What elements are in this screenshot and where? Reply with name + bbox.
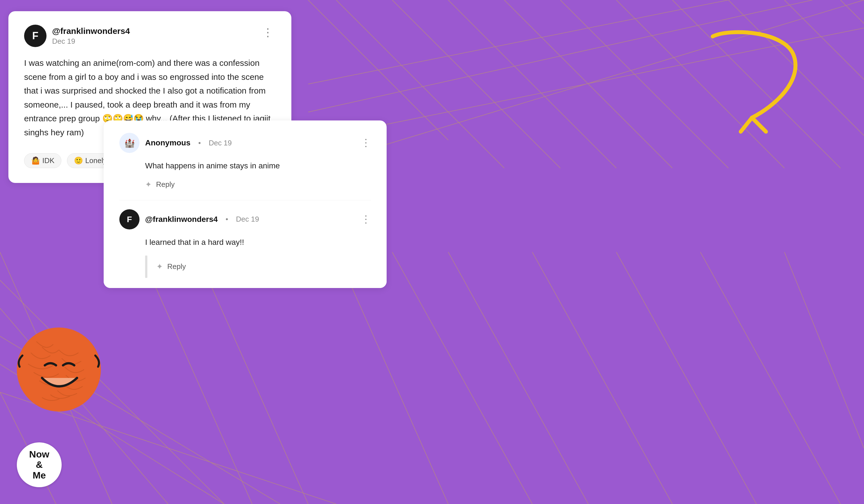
svg-line-2 xyxy=(392,0,560,168)
comment-1-reply-row: ✦ Reply xyxy=(145,179,371,190)
comment-body-2: I learned that in a hard way!! xyxy=(145,236,371,249)
svg-line-24 xyxy=(532,252,672,504)
sparkle-icon-2: ✦ xyxy=(156,262,163,271)
svg-line-4 xyxy=(504,0,672,168)
author-handle: @franklinwonders4 xyxy=(52,26,130,36)
sparkle-icon-1: ✦ xyxy=(145,180,152,189)
svg-line-21 xyxy=(336,252,448,504)
comment-item-2: F @franklinwonders4 • Dec 19 ⋮ I learned… xyxy=(104,200,387,288)
svg-line-25 xyxy=(616,252,756,504)
svg-line-6 xyxy=(616,0,784,168)
tag-lonely-emoji: 🙂 xyxy=(74,156,83,165)
comment-1-more-button[interactable]: ⋮ xyxy=(361,137,371,149)
post-author: F @franklinwonders4 Dec 19 xyxy=(24,25,130,47)
reply-button-2[interactable]: Reply xyxy=(167,261,186,272)
comment-header-1: 🏰 Anonymous • Dec 19 ⋮ xyxy=(119,133,371,153)
svg-line-7 xyxy=(672,0,840,168)
comment-header-2: F @franklinwonders4 • Dec 19 ⋮ xyxy=(119,209,371,229)
post-header: F @franklinwonders4 Dec 19 ⋮ xyxy=(24,25,276,47)
comment-author-handle-2: @franklinwonders4 xyxy=(145,215,218,224)
svg-line-9 xyxy=(784,0,864,80)
comment-author-1: 🏰 Anonymous • Dec 19 xyxy=(119,133,232,153)
post-date: Dec 19 xyxy=(52,37,130,46)
svg-line-10 xyxy=(840,0,864,24)
yellow-arrow-decoration xyxy=(696,22,814,140)
svg-line-3 xyxy=(448,0,616,168)
svg-line-0 xyxy=(308,0,448,140)
comment-body-1: What happens in anime stays in anime xyxy=(145,160,371,172)
svg-line-20 xyxy=(196,252,308,504)
author-info: @franklinwonders4 Dec 19 xyxy=(52,26,130,46)
comment-date-1: Dec 19 xyxy=(209,139,232,147)
svg-line-31 xyxy=(741,118,752,132)
comment-author-name-1: Anonymous xyxy=(145,139,191,147)
comment-date-2: Dec 19 xyxy=(236,215,259,224)
svg-line-12 xyxy=(308,28,864,140)
comments-card: 🏰 Anonymous • Dec 19 ⋮ What happens in a… xyxy=(104,120,387,288)
comment-author-2: F @franklinwonders4 • Dec 19 xyxy=(119,209,259,229)
svg-line-22 xyxy=(392,252,532,504)
post-more-button[interactable]: ⋮ xyxy=(260,25,276,40)
tag-idk[interactable]: 🤷 IDK xyxy=(24,153,61,168)
svg-line-5 xyxy=(560,0,729,168)
svg-line-23 xyxy=(448,252,588,504)
nowme-logo: Now&Me xyxy=(17,442,62,487)
comment-item-1: 🏰 Anonymous • Dec 19 ⋮ What happens in a… xyxy=(104,120,387,200)
reply-bar xyxy=(145,255,147,278)
post-tags: 🤷 IDK 🙂 Lonely xyxy=(24,153,114,168)
comment-2-more-button[interactable]: ⋮ xyxy=(361,214,371,225)
avatar-f-reply: F xyxy=(119,209,140,229)
svg-line-13 xyxy=(308,0,813,112)
tag-idk-emoji: 🤷 xyxy=(31,156,40,165)
svg-line-19 xyxy=(140,252,252,504)
nowme-logo-text: Now&Me xyxy=(29,449,49,480)
tag-idk-label: IDK xyxy=(42,156,55,165)
svg-line-11 xyxy=(308,0,864,168)
svg-line-14 xyxy=(308,0,729,84)
comment-2-reply-row: ✦ Reply xyxy=(145,255,371,278)
svg-line-8 xyxy=(729,0,864,135)
avatar-anonymous: 🏰 xyxy=(119,133,140,153)
reply-button-1[interactable]: Reply xyxy=(156,179,175,190)
ball-character xyxy=(14,325,104,415)
svg-line-27 xyxy=(784,252,864,448)
avatar: F xyxy=(24,25,47,47)
svg-line-32 xyxy=(752,118,766,132)
svg-line-26 xyxy=(700,252,840,504)
